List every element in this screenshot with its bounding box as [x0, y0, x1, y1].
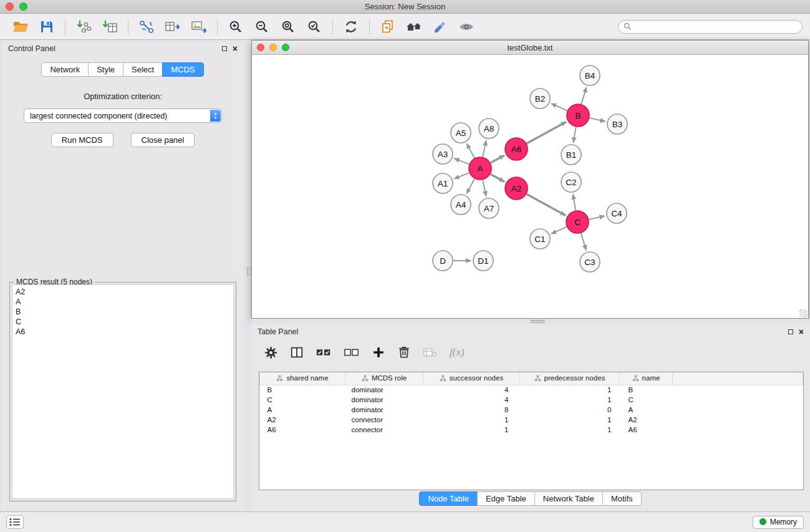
node-A[interactable]: A: [469, 157, 491, 180]
edge-B-B1[interactable]: [573, 127, 576, 143]
node-B1[interactable]: B1: [561, 145, 581, 165]
tab-style[interactable]: Style: [88, 62, 123, 77]
table-row[interactable]: Bdominator41B: [260, 385, 803, 395]
table-row[interactable]: Cdominator41C: [260, 395, 803, 405]
mcds-result-item[interactable]: B: [16, 307, 230, 317]
select-all-button[interactable]: [316, 346, 332, 359]
table-cell[interactable]: 0: [520, 405, 620, 415]
open-session-button[interactable]: [7, 16, 34, 38]
close-panel-icon[interactable]: ×: [799, 329, 804, 335]
mcds-result-item[interactable]: A6: [16, 327, 230, 337]
export-network-button[interactable]: [133, 16, 160, 38]
edge-A-A3[interactable]: [454, 158, 469, 164]
show-hide-button[interactable]: [453, 16, 480, 38]
home-button[interactable]: [401, 16, 427, 38]
edge-A-A1[interactable]: [454, 173, 469, 179]
column-header-MCDS-role[interactable]: MCDS role: [345, 372, 423, 385]
style-button[interactable]: [427, 16, 453, 38]
window-resize-grip[interactable]: [799, 309, 808, 317]
node-B[interactable]: B: [567, 104, 589, 127]
open-panels-button[interactable]: [375, 16, 401, 38]
node-A7[interactable]: A7: [479, 198, 499, 218]
zoom-fit-button[interactable]: [275, 16, 301, 38]
node-table[interactable]: shared nameMCDS rolesuccessor nodesprede…: [259, 372, 804, 490]
node-C1[interactable]: C1: [530, 229, 550, 249]
node-A5[interactable]: A5: [451, 123, 471, 143]
column-header-shared-name[interactable]: shared name: [260, 372, 345, 385]
edge-B-B3[interactable]: [590, 118, 606, 122]
mcds-result-item[interactable]: A: [16, 297, 230, 307]
deselect-all-button[interactable]: [344, 346, 360, 359]
table-row[interactable]: Adominator80A: [260, 405, 803, 415]
edge-B-B4[interactable]: [581, 87, 586, 104]
node-A1[interactable]: A1: [433, 173, 453, 193]
table-cell[interactable]: connector: [345, 425, 423, 435]
add-column-button[interactable]: [372, 346, 385, 359]
table-cell[interactable]: C: [260, 395, 345, 405]
table-row[interactable]: A2connector11A2: [260, 415, 803, 425]
tab-mcds[interactable]: MCDS: [162, 62, 203, 77]
show-columns-button[interactable]: [290, 346, 304, 359]
table-cell[interactable]: dominator: [345, 395, 423, 405]
table-cell[interactable]: 1: [520, 425, 620, 435]
edge-A-A5[interactable]: [466, 143, 475, 158]
network-canvas[interactable]: B4B2BB3A8A5A6A3B1AC2A1A2A4A7C4CC1C3DD1: [252, 56, 808, 318]
node-A6[interactable]: A6: [505, 138, 528, 160]
refresh-button[interactable]: [338, 16, 364, 38]
save-session-button[interactable]: [34, 16, 60, 38]
table-cell[interactable]: 1: [520, 395, 620, 405]
node-A8[interactable]: A8: [479, 118, 499, 138]
node-D1[interactable]: D1: [473, 251, 493, 271]
table-cell[interactable]: C: [620, 395, 673, 405]
network-window-titlebar[interactable]: testGlobe.txt: [252, 41, 808, 55]
node-C4[interactable]: C4: [607, 203, 627, 223]
edge-A2-C[interactable]: [527, 194, 566, 215]
table-cell[interactable]: A: [620, 405, 673, 415]
horizontal-splitter[interactable]: [251, 319, 810, 324]
table-cell[interactable]: 1: [423, 425, 520, 435]
edge-B-B2[interactable]: [551, 104, 567, 110]
task-history-button[interactable]: [6, 515, 24, 529]
table-cell[interactable]: connector: [345, 415, 423, 425]
column-header-name[interactable]: name: [620, 372, 673, 385]
table-cell[interactable]: B: [260, 385, 345, 395]
zoom-selected-button[interactable]: [301, 16, 327, 38]
table-cell[interactable]: 1: [520, 385, 620, 395]
edge-A-A4[interactable]: [466, 179, 475, 194]
tab-motifs[interactable]: Motifs: [602, 491, 642, 506]
zoom-out-button[interactable]: [249, 16, 275, 38]
tab-network[interactable]: Network: [41, 62, 89, 77]
close-panel-button[interactable]: Close panel: [131, 133, 195, 147]
window-titlebar[interactable]: Session: New Session: [0, 0, 810, 14]
table-cell[interactable]: A: [260, 405, 345, 415]
zoom-in-button[interactable]: [223, 16, 249, 38]
search-input[interactable]: [635, 22, 797, 31]
import-network-button[interactable]: [70, 16, 97, 38]
table-row[interactable]: A6connector11A6: [260, 425, 803, 435]
table-cell[interactable]: A6: [620, 425, 673, 435]
edge-A-A8[interactable]: [483, 140, 486, 157]
node-A3[interactable]: A3: [433, 144, 453, 164]
table-cell[interactable]: dominator: [345, 385, 423, 395]
table-cell[interactable]: A6: [260, 425, 345, 435]
edge-C-C3[interactable]: [581, 233, 587, 250]
edge-A-A7[interactable]: [483, 180, 486, 196]
table-cell[interactable]: B: [620, 385, 673, 395]
edge-C-C1[interactable]: [551, 227, 567, 234]
table-cell[interactable]: 8: [423, 405, 520, 415]
tab-edge-table[interactable]: Edge Table: [477, 491, 535, 506]
table-header-row[interactable]: shared nameMCDS rolesuccessor nodesprede…: [260, 372, 803, 385]
delete-column-button[interactable]: [397, 346, 411, 359]
edge-C-C4[interactable]: [589, 216, 605, 220]
close-panel-icon[interactable]: ×: [233, 46, 238, 52]
table-cell[interactable]: A2: [260, 415, 345, 425]
node-C3[interactable]: C3: [580, 252, 600, 272]
table-cell[interactable]: A2: [620, 415, 673, 425]
table-cell[interactable]: 1: [520, 415, 620, 425]
export-image-button[interactable]: [186, 16, 212, 38]
edge-C-C2[interactable]: [573, 194, 576, 210]
tab-select[interactable]: Select: [123, 62, 163, 77]
table-settings-button[interactable]: [264, 346, 278, 360]
table-cell[interactable]: dominator: [345, 405, 423, 415]
node-B4[interactable]: B4: [580, 65, 600, 85]
